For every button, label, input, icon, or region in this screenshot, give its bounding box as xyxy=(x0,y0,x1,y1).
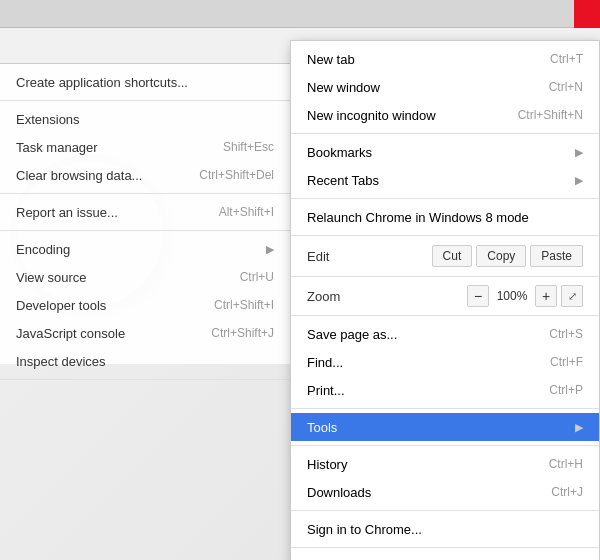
zoom-in-button[interactable]: + xyxy=(535,285,557,307)
menu-item-label: Bookmarks xyxy=(307,145,565,160)
menu-item-9-0[interactable]: Settings xyxy=(291,552,599,560)
left-menu-item-label: Developer tools xyxy=(16,298,106,313)
menu-shortcut: Ctrl+Shift+N xyxy=(518,108,583,122)
menu-section-2: Relaunch Chrome in Windows 8 mode xyxy=(291,199,599,236)
menu-item-label: Sign in to Chrome... xyxy=(307,522,583,537)
menu-shortcut: Ctrl+S xyxy=(549,327,583,341)
menu-shortcut: Ctrl+F xyxy=(550,355,583,369)
left-section-0: Create application shortcuts... xyxy=(0,64,290,101)
zoom-fullscreen-button[interactable]: ⤢ xyxy=(561,285,583,307)
zoom-controls: −100%+⤢ xyxy=(467,285,583,307)
menu-section-1: Bookmarks▶Recent Tabs▶ xyxy=(291,134,599,199)
left-menu-item-1-1[interactable]: Task managerShift+Esc xyxy=(0,133,290,161)
menu-item-5-0[interactable]: Save page as...Ctrl+S xyxy=(291,320,599,348)
left-menu-item-3-1[interactable]: View sourceCtrl+U xyxy=(0,263,290,291)
menu-section-7: HistoryCtrl+HDownloadsCtrl+J xyxy=(291,446,599,511)
paste-button[interactable]: Paste xyxy=(530,245,583,267)
edit-row: EditCutCopyPaste xyxy=(291,240,599,272)
left-menu-item-2-0[interactable]: Report an issue...Alt+Shift+I xyxy=(0,198,290,226)
menu-item-7-1[interactable]: DownloadsCtrl+J xyxy=(291,478,599,506)
cut-button[interactable]: Cut xyxy=(432,245,473,267)
left-menu-item-label: JavaScript console xyxy=(16,326,125,341)
left-menu-shortcut: Ctrl+Shift+Del xyxy=(199,168,274,182)
zoom-label: Zoom xyxy=(307,289,467,304)
menu-item-8-0[interactable]: Sign in to Chrome... xyxy=(291,515,599,543)
left-menu-item-label: Inspect devices xyxy=(16,354,106,369)
left-submenu-arrow-icon: ▶ xyxy=(266,243,274,256)
tools-submenu-panel: Create application shortcuts...Extension… xyxy=(0,64,290,364)
menu-item-5-1[interactable]: Find...Ctrl+F xyxy=(291,348,599,376)
left-menu-item-3-2[interactable]: Developer toolsCtrl+Shift+I xyxy=(0,291,290,319)
menu-item-label: New tab xyxy=(307,52,530,67)
menu-section-6: Tools▶ xyxy=(291,409,599,446)
menu-item-label: New window xyxy=(307,80,529,95)
left-menu-item-3-4[interactable]: Inspect devices xyxy=(0,347,290,375)
menu-item-0-0[interactable]: New tabCtrl+T xyxy=(291,45,599,73)
zoom-row: Zoom−100%+⤢ xyxy=(291,281,599,311)
menu-section-3: EditCutCopyPaste xyxy=(291,236,599,277)
copy-button[interactable]: Copy xyxy=(476,245,526,267)
menu-item-label: Print... xyxy=(307,383,529,398)
zoom-out-button[interactable]: − xyxy=(467,285,489,307)
left-menu-item-label: Report an issue... xyxy=(16,205,118,220)
menu-shortcut: Ctrl+J xyxy=(551,485,583,499)
menu-item-1-0[interactable]: Bookmarks▶ xyxy=(291,138,599,166)
submenu-arrow-icon: ▶ xyxy=(575,146,583,159)
zoom-value: 100% xyxy=(493,289,531,303)
menu-item-1-1[interactable]: Recent Tabs▶ xyxy=(291,166,599,194)
menu-shortcut: Ctrl+P xyxy=(549,383,583,397)
left-menu-item-label: Task manager xyxy=(16,140,98,155)
left-section-1: ExtensionsTask managerShift+EscClear bro… xyxy=(0,101,290,194)
menu-item-label: New incognito window xyxy=(307,108,498,123)
menu-section-8: Sign in to Chrome... xyxy=(291,511,599,548)
menu-shortcut: Ctrl+N xyxy=(549,80,583,94)
left-menu-shortcut: Ctrl+U xyxy=(240,270,274,284)
menu-item-7-0[interactable]: HistoryCtrl+H xyxy=(291,450,599,478)
menu-item-label: Downloads xyxy=(307,485,531,500)
minimize-button[interactable] xyxy=(522,0,548,28)
menu-item-label: Tools xyxy=(307,420,565,435)
left-menu-shortcut: Ctrl+Shift+I xyxy=(214,298,274,312)
left-menu-item-label: Encoding xyxy=(16,242,70,257)
menu-item-6-0[interactable]: Tools▶ xyxy=(291,413,599,441)
title-bar xyxy=(0,0,600,28)
left-section-2: Report an issue...Alt+Shift+I xyxy=(0,194,290,231)
menu-section-9: SettingsAbout Google ChromeHelp xyxy=(291,548,599,560)
edit-btn-group: CutCopyPaste xyxy=(432,245,583,267)
left-menu-item-label: Extensions xyxy=(16,112,80,127)
menu-item-label: Recent Tabs xyxy=(307,173,565,188)
menu-item-2-0[interactable]: Relaunch Chrome in Windows 8 mode xyxy=(291,203,599,231)
left-menu-shortcut: Shift+Esc xyxy=(223,140,274,154)
left-menu-item-1-2[interactable]: Clear browsing data...Ctrl+Shift+Del xyxy=(0,161,290,189)
menu-item-0-1[interactable]: New windowCtrl+N xyxy=(291,73,599,101)
edit-label: Edit xyxy=(307,249,432,264)
maximize-button[interactable] xyxy=(548,0,574,28)
menu-item-5-2[interactable]: Print...Ctrl+P xyxy=(291,376,599,404)
menu-section-0: New tabCtrl+TNew windowCtrl+NNew incogni… xyxy=(291,41,599,134)
submenu-arrow-icon: ▶ xyxy=(575,421,583,434)
close-button[interactable] xyxy=(574,0,600,28)
left-menu-item-label: Clear browsing data... xyxy=(16,168,142,183)
left-menu-item-3-0[interactable]: Encoding▶ xyxy=(0,235,290,263)
left-menu-item-label: Create application shortcuts... xyxy=(16,75,188,90)
menu-item-label: Find... xyxy=(307,355,530,370)
menu-item-label: History xyxy=(307,457,529,472)
chrome-menu: New tabCtrl+TNew windowCtrl+NNew incogni… xyxy=(290,40,600,560)
menu-item-0-2[interactable]: New incognito windowCtrl+Shift+N xyxy=(291,101,599,129)
menu-item-label: Save page as... xyxy=(307,327,529,342)
left-menu-shortcut: Ctrl+Shift+J xyxy=(211,326,274,340)
menu-section-5: Save page as...Ctrl+SFind...Ctrl+FPrint.… xyxy=(291,316,599,409)
left-menu-item-1-0[interactable]: Extensions xyxy=(0,105,290,133)
submenu-arrow-icon: ▶ xyxy=(575,174,583,187)
menu-section-4: Zoom−100%+⤢ xyxy=(291,277,599,316)
menu-shortcut: Ctrl+T xyxy=(550,52,583,66)
left-menu-shortcut: Alt+Shift+I xyxy=(219,205,274,219)
left-menu-item-0-0[interactable]: Create application shortcuts... xyxy=(0,68,290,96)
left-section-3: Encoding▶View sourceCtrl+UDeveloper tool… xyxy=(0,231,290,380)
menu-shortcut: Ctrl+H xyxy=(549,457,583,471)
left-menu-item-3-3[interactable]: JavaScript consoleCtrl+Shift+J xyxy=(0,319,290,347)
left-menu-item-label: View source xyxy=(16,270,87,285)
menu-item-label: Relaunch Chrome in Windows 8 mode xyxy=(307,210,583,225)
